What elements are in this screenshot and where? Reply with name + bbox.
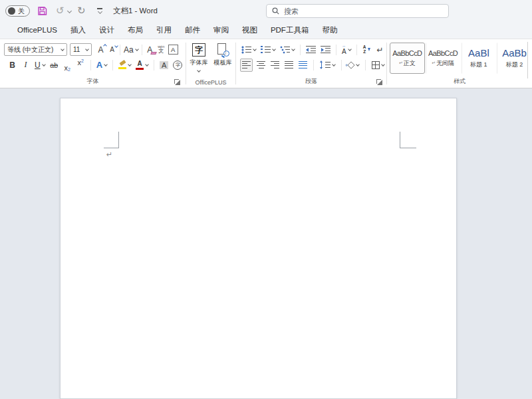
- qat-customize-button[interactable]: [97, 3, 102, 18]
- clear-formatting-button[interactable]: A: [144, 43, 156, 57]
- paragraph-dialog-launcher[interactable]: [376, 79, 381, 84]
- chevron-down-icon: [332, 63, 336, 66]
- asian-layout-button[interactable]: ↔ A: [340, 43, 352, 57]
- paragraph-mark-icon: ↵: [376, 45, 383, 55]
- tab-officeplus[interactable]: OfficePLUS: [11, 21, 64, 39]
- styles-gallery-edge: [527, 42, 528, 78]
- character-shading-icon: A: [160, 61, 168, 69]
- tab-mailings[interactable]: 邮件: [178, 21, 207, 39]
- chevron-down-icon: [135, 47, 139, 51]
- margin-crop-mark-top-left: [104, 132, 119, 148]
- phonetic-guide-button[interactable]: wén 文: [156, 43, 167, 57]
- italic-button[interactable]: I: [20, 59, 31, 72]
- change-case-button[interactable]: Aa: [122, 43, 140, 57]
- ribbon-tab-row: OfficePLUS 插入 设计 布局 引用 邮件 审阅 视图 PDF工具箱 帮…: [0, 21, 532, 39]
- style-item-no-spacing[interactable]: AaBbCcD ↵ 无间隔: [426, 43, 461, 74]
- arrow-down-icon: [368, 48, 370, 51]
- font-dialog-launcher[interactable]: [174, 79, 179, 84]
- underline-button[interactable]: U: [33, 59, 47, 72]
- strikethrough-button[interactable]: ab: [49, 59, 60, 72]
- numbering-button[interactable]: [259, 43, 277, 57]
- style-item-heading1[interactable]: AaBl 标题 1: [462, 43, 497, 74]
- decrease-indent-button[interactable]: [305, 43, 317, 57]
- redo-button[interactable]: ↻: [77, 3, 86, 18]
- tab-help[interactable]: 帮助: [315, 21, 344, 39]
- style-item-normal[interactable]: AaBbCcD ↵ 正文: [390, 43, 425, 74]
- tab-design[interactable]: 设计: [92, 21, 121, 39]
- enclose-characters-button[interactable]: 字: [172, 59, 184, 72]
- document-page[interactable]: ↵: [60, 98, 457, 399]
- paragraph-group: ↔ A A Z ↵: [236, 39, 386, 88]
- tab-review[interactable]: 审阅: [207, 21, 235, 39]
- superscript-button[interactable]: x 2: [75, 59, 86, 72]
- bullets-button[interactable]: [240, 43, 257, 57]
- bold-icon: B: [9, 61, 15, 70]
- tab-pdf-tools[interactable]: PDF工具箱: [264, 21, 316, 39]
- divider: [313, 60, 314, 70]
- italic-icon: I: [25, 60, 27, 70]
- font-group: 等线 (中文正文) 11 A A: [0, 39, 186, 88]
- bullets-icon: [241, 46, 251, 54]
- shading-button[interactable]: [346, 59, 360, 72]
- character-border-button[interactable]: A: [167, 43, 180, 57]
- autosave-state-label: 关: [18, 7, 25, 16]
- character-shading-button[interactable]: A: [158, 59, 170, 72]
- sort-button[interactable]: A Z: [361, 43, 372, 57]
- font-color-button[interactable]: A: [134, 59, 150, 72]
- increase-indent-button[interactable]: [319, 43, 332, 57]
- justify-button[interactable]: [283, 59, 295, 72]
- tab-insert[interactable]: 插入: [64, 21, 92, 39]
- font-size-select[interactable]: 11: [70, 43, 92, 56]
- highlight-color-button[interactable]: [117, 59, 132, 72]
- font-size-value: 11: [73, 46, 80, 53]
- align-right-button[interactable]: [269, 59, 281, 72]
- redo-icon: ↻: [77, 5, 86, 17]
- undo-button[interactable]: ↺: [56, 3, 65, 18]
- divider: [300, 45, 301, 55]
- title-bar: 关 ↺ ↻ 文档1 - Word: [0, 0, 532, 21]
- undo-dropdown[interactable]: [68, 3, 71, 18]
- line-spacing-icon: [320, 61, 324, 69]
- character-border-icon: A: [168, 45, 178, 55]
- template-library-icon: [216, 43, 229, 57]
- chevron-down-icon: [85, 47, 89, 51]
- divider: [365, 60, 366, 70]
- shrink-font-button[interactable]: A: [106, 43, 118, 57]
- save-button[interactable]: [37, 3, 47, 18]
- paint-bucket-icon: [347, 61, 354, 68]
- tab-references[interactable]: 引用: [150, 21, 178, 39]
- distribute-button[interactable]: [297, 59, 309, 72]
- search-box[interactable]: [266, 4, 449, 18]
- justify-icon: [285, 61, 293, 68]
- save-icon: [37, 6, 47, 16]
- text-effects-button[interactable]: A: [95, 59, 108, 72]
- divider: [356, 45, 357, 55]
- align-left-button[interactable]: [240, 59, 253, 72]
- chevron-down-icon: [356, 63, 360, 66]
- pilcrow-icon: ↵: [399, 61, 403, 66]
- tab-layout[interactable]: 布局: [121, 21, 150, 39]
- line-spacing-button[interactable]: [319, 59, 336, 72]
- chevron-down-icon: [67, 8, 72, 13]
- subscript-button[interactable]: x 2: [62, 59, 73, 72]
- align-center-button[interactable]: [255, 59, 267, 72]
- font-name-select[interactable]: 等线 (中文正文): [4, 43, 67, 56]
- bold-button[interactable]: B: [7, 59, 18, 72]
- highlighter-icon: [118, 61, 126, 69]
- chevron-down-icon: [104, 63, 108, 66]
- tab-view[interactable]: 视图: [235, 21, 264, 39]
- font-library-button[interactable]: 字 字体库: [188, 39, 210, 80]
- underline-icon: U: [35, 61, 41, 70]
- document-area[interactable]: ↵: [0, 89, 532, 399]
- grow-font-button[interactable]: A: [95, 43, 106, 57]
- divider: [154, 60, 154, 70]
- sort-icon: A Z: [363, 45, 366, 54]
- show-marks-button[interactable]: ↵: [374, 43, 386, 57]
- autosave-toggle[interactable]: 关: [5, 5, 30, 17]
- font-name-value: 等线 (中文正文): [7, 45, 53, 55]
- search-input[interactable]: [284, 7, 417, 15]
- multilevel-list-button[interactable]: [279, 43, 296, 57]
- template-library-button[interactable]: 模板库: [211, 39, 234, 80]
- borders-button[interactable]: [370, 59, 386, 72]
- search-icon: [272, 7, 279, 15]
